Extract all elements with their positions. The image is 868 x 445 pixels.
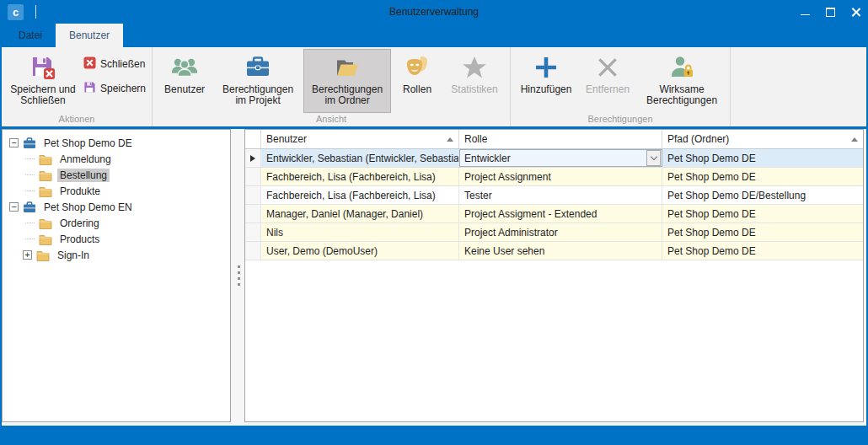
expander-minus-icon[interactable]: − bbox=[9, 138, 19, 147]
project-icon bbox=[23, 137, 37, 149]
table-row[interactable]: Manager, Daniel (Manager, Daniel) Projec… bbox=[245, 205, 863, 223]
row-indicator-cell bbox=[245, 223, 261, 241]
minimize-button[interactable] bbox=[792, 0, 817, 24]
table-row[interactable]: User, Demo (DemoUser) Keine User sehen P… bbox=[245, 242, 863, 260]
hinzufuegen-button[interactable]: Hinzufügen bbox=[515, 49, 577, 113]
cell-pfad[interactable]: Pet Shop Demo DE/Bestellung bbox=[662, 186, 863, 204]
cell-pfad[interactable]: Pet Shop Demo DE bbox=[662, 149, 863, 167]
table-row[interactable]: Fachbereich, Lisa (Fachbereich, Lisa) Pr… bbox=[245, 168, 863, 186]
save-icon bbox=[83, 81, 96, 96]
tree-item-produkte[interactable]: Produkte bbox=[3, 183, 230, 199]
app-window: c Benutzerverwaltung Datei Benutzer bbox=[0, 0, 868, 445]
tree-item-sign-in[interactable]: + Sign-In bbox=[3, 247, 230, 263]
cell-pfad[interactable]: Pet Shop Demo DE bbox=[662, 223, 863, 241]
cell-rolle[interactable]: Project Assignment bbox=[459, 168, 662, 185]
column-header-label: Benutzer bbox=[266, 133, 307, 145]
panel-splitter[interactable] bbox=[233, 129, 244, 422]
table-row[interactable]: Fachbereich, Lisa (Fachbereich, Lisa) Te… bbox=[245, 186, 863, 205]
cell-benutzer[interactable]: User, Demo (DemoUser) bbox=[261, 242, 459, 260]
grid-header-row: Benutzer Rolle Pfad (Ordner) bbox=[245, 130, 863, 149]
user-lock-icon bbox=[668, 53, 695, 82]
cell-pfad[interactable]: Pet Shop Demo DE bbox=[662, 168, 863, 185]
tree-item-ordering[interactable]: Ordering bbox=[3, 215, 230, 231]
maximize-button[interactable] bbox=[817, 0, 843, 24]
tree-connector bbox=[25, 222, 35, 223]
cell-rolle[interactable]: Tester bbox=[459, 186, 662, 204]
titlebar: c Benutzerverwaltung bbox=[0, 0, 868, 24]
tab-benutzer[interactable]: Benutzer bbox=[56, 24, 123, 47]
app-icon[interactable]: c bbox=[8, 4, 24, 20]
folder-icon bbox=[39, 185, 53, 197]
tree-label: Ordering bbox=[57, 217, 102, 230]
close-red-icon bbox=[83, 56, 96, 72]
cell-benutzer[interactable]: Entwickler, Sebastian (Entwickler, Sebas… bbox=[261, 149, 459, 167]
quick-access-separator bbox=[35, 5, 36, 19]
cell-benutzer[interactable]: Fachbereich, Lisa (Fachbereich, Lisa) bbox=[261, 168, 459, 185]
row-indicator-cell bbox=[245, 186, 261, 204]
schliessen-button[interactable]: Schließen bbox=[81, 56, 148, 72]
tree-connector bbox=[25, 174, 35, 175]
tree-item-pet-shop-demo-en[interactable]: − Pet Shop Demo EN bbox=[3, 199, 230, 215]
tree-label: Produkte bbox=[57, 185, 103, 198]
cell-benutzer[interactable]: Manager, Daniel (Manager, Daniel) bbox=[261, 205, 459, 222]
save-and-close-icon bbox=[29, 53, 56, 82]
statistiken-label: Statistiken bbox=[451, 84, 497, 95]
row-indicator-header bbox=[245, 130, 261, 148]
column-header-rolle[interactable]: Rolle bbox=[459, 130, 662, 148]
speichern-button[interactable]: Speichern bbox=[81, 80, 148, 97]
rollen-button[interactable]: Rollen bbox=[393, 49, 442, 113]
open-folder-icon bbox=[334, 53, 361, 82]
row-indicator-cell bbox=[245, 242, 261, 260]
table-row[interactable]: Nils Project Administrator Pet Shop Demo… bbox=[245, 223, 863, 242]
benutzer-view-label: Benutzer bbox=[164, 84, 205, 95]
ribbon-tab-row: Datei Benutzer bbox=[0, 24, 868, 47]
tree-item-pet-shop-demo-de[interactable]: − Pet Shop Demo DE bbox=[3, 135, 230, 151]
expander-minus-icon[interactable]: − bbox=[9, 202, 19, 212]
expander-plus-icon[interactable]: + bbox=[23, 250, 32, 260]
speichern-und-schliessen-label: Speichern und Schließen bbox=[10, 84, 76, 106]
tree-connector bbox=[25, 158, 35, 159]
tree-item-products[interactable]: Products bbox=[3, 231, 230, 247]
berechtigungen-im-ordner-button[interactable]: Berechtigungen im Ordner bbox=[303, 49, 391, 113]
folder-icon bbox=[39, 169, 53, 181]
tab-datei[interactable]: Datei bbox=[5, 24, 56, 47]
tree-label: Pet Shop Demo EN bbox=[41, 201, 135, 214]
entfernen-button: Entfernen bbox=[579, 49, 636, 113]
tree-item-bestellung[interactable]: Bestellung bbox=[3, 167, 230, 183]
cell-benutzer[interactable]: Fachbereich, Lisa (Fachbereich, Lisa) bbox=[261, 186, 459, 204]
cell-pfad[interactable]: Pet Shop Demo DE bbox=[662, 205, 863, 222]
rollen-label: Rollen bbox=[403, 84, 431, 95]
ribbon-group-aktionen: Speichern und Schließen Schließen bbox=[2, 47, 153, 126]
tree-item-anmeldung[interactable]: Anmeldung bbox=[3, 151, 230, 167]
folder-icon bbox=[39, 153, 53, 165]
close-icon bbox=[851, 8, 860, 17]
speichern-label: Speichern bbox=[100, 83, 146, 94]
close-button[interactable] bbox=[843, 0, 868, 24]
briefcase-icon bbox=[244, 53, 271, 82]
row-indicator-cell bbox=[245, 205, 261, 222]
cell-rolle[interactable]: Keine User sehen bbox=[459, 242, 662, 260]
table-row[interactable]: Entwickler, Sebastian (Entwickler, Sebas… bbox=[245, 149, 863, 168]
maximize-icon bbox=[826, 8, 835, 17]
star-icon bbox=[461, 53, 488, 82]
cell-benutzer[interactable]: Nils bbox=[261, 223, 459, 241]
berechtigungen-im-projekt-button[interactable]: Berechtigungen im Projekt bbox=[214, 49, 302, 113]
column-header-pfad[interactable]: Pfad (Ordner) bbox=[662, 130, 863, 148]
rolle-combobox[interactable]: Entwickler bbox=[459, 149, 662, 167]
users-icon bbox=[170, 53, 199, 82]
tree-label: Sign-In bbox=[55, 249, 92, 262]
berechtigungen-im-ordner-label: Berechtigungen im Ordner bbox=[308, 84, 387, 106]
wirksame-berechtigungen-button[interactable]: Wirksame Berechtigungen bbox=[638, 49, 726, 113]
dropdown-button[interactable] bbox=[646, 150, 661, 166]
cell-rolle[interactable]: Project Administrator bbox=[459, 223, 662, 241]
ribbon-group-berechtigungen: Hinzufügen Entfernen bbox=[511, 47, 731, 126]
rolle-combobox-value: Entwickler bbox=[464, 153, 511, 164]
cell-pfad[interactable]: Pet Shop Demo DE bbox=[662, 242, 863, 260]
column-header-benutzer[interactable]: Benutzer bbox=[261, 130, 459, 148]
row-indicator-cell bbox=[245, 149, 261, 167]
benutzer-view-button[interactable]: Benutzer bbox=[157, 49, 212, 113]
minimize-icon bbox=[801, 14, 810, 15]
sort-ascending-icon bbox=[851, 137, 858, 142]
cell-rolle[interactable]: Project Assigment - Extended bbox=[459, 205, 662, 222]
speichern-und-schliessen-button[interactable]: Speichern und Schließen bbox=[6, 49, 80, 113]
